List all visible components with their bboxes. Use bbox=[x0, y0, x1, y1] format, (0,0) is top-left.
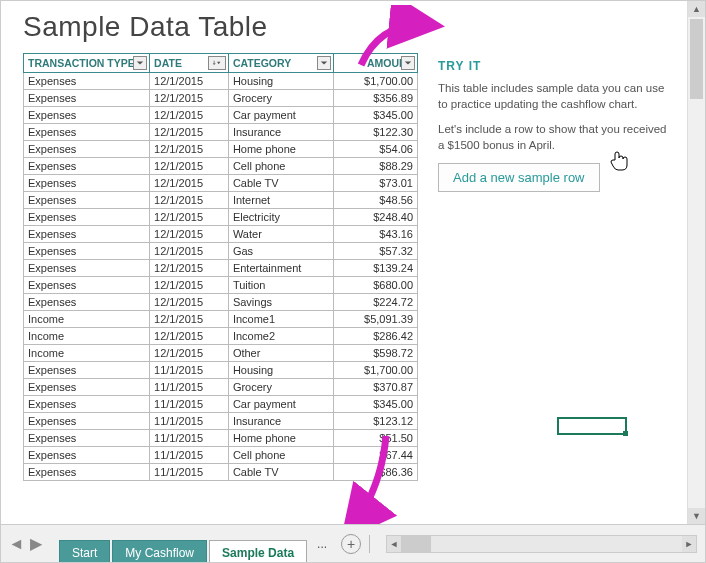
cell-amount[interactable]: $1,700.00 bbox=[333, 362, 417, 379]
header-date[interactable]: DATE bbox=[150, 54, 229, 73]
cell-amount[interactable]: $67.44 bbox=[333, 447, 417, 464]
table-row[interactable]: Expenses11/1/2015Cable TV$86.36 bbox=[24, 464, 418, 481]
header-amount[interactable]: AMOUNT bbox=[333, 54, 417, 73]
cell-category[interactable]: Grocery bbox=[228, 90, 333, 107]
table-row[interactable]: Income12/1/2015Other$598.72 bbox=[24, 345, 418, 362]
cell-type[interactable]: Expenses bbox=[24, 73, 150, 90]
vertical-scrollbar[interactable]: ▲ ▼ bbox=[687, 1, 705, 524]
table-row[interactable]: Expenses12/1/2015Housing$1,700.00 bbox=[24, 73, 418, 90]
cell-category[interactable]: Car payment bbox=[228, 107, 333, 124]
cell-type[interactable]: Income bbox=[24, 311, 150, 328]
cell-amount[interactable]: $345.00 bbox=[333, 107, 417, 124]
cell-date[interactable]: 12/1/2015 bbox=[150, 328, 229, 345]
cell-date[interactable]: 11/1/2015 bbox=[150, 396, 229, 413]
tab-more[interactable]: ... bbox=[309, 533, 335, 555]
cell-type[interactable]: Expenses bbox=[24, 396, 150, 413]
table-row[interactable]: Income12/1/2015Income1$5,091.39 bbox=[24, 311, 418, 328]
table-row[interactable]: Expenses11/1/2015Grocery$370.87 bbox=[24, 379, 418, 396]
cell-date[interactable]: 12/1/2015 bbox=[150, 141, 229, 158]
cell-type[interactable]: Expenses bbox=[24, 430, 150, 447]
cell-type[interactable]: Expenses bbox=[24, 260, 150, 277]
cell-date[interactable]: 12/1/2015 bbox=[150, 90, 229, 107]
cell-type[interactable]: Expenses bbox=[24, 175, 150, 192]
cell-type[interactable]: Income bbox=[24, 328, 150, 345]
filter-dropdown-icon[interactable] bbox=[401, 56, 415, 70]
selected-cell[interactable] bbox=[557, 417, 627, 435]
table-row[interactable]: Expenses12/1/2015Savings$224.72 bbox=[24, 294, 418, 311]
table-row[interactable]: Expenses11/1/2015Insurance$123.12 bbox=[24, 413, 418, 430]
cell-type[interactable]: Income bbox=[24, 345, 150, 362]
cell-amount[interactable]: $43.16 bbox=[333, 226, 417, 243]
table-row[interactable]: Expenses12/1/2015Grocery$356.89 bbox=[24, 90, 418, 107]
cell-category[interactable]: Car payment bbox=[228, 396, 333, 413]
cell-amount[interactable]: $54.06 bbox=[333, 141, 417, 158]
sort-desc-dropdown-icon[interactable] bbox=[208, 56, 226, 70]
table-row[interactable]: Income12/1/2015Income2$286.42 bbox=[24, 328, 418, 345]
cell-date[interactable]: 11/1/2015 bbox=[150, 413, 229, 430]
cell-category[interactable]: Cable TV bbox=[228, 464, 333, 481]
cell-category[interactable]: Cable TV bbox=[228, 175, 333, 192]
table-row[interactable]: Expenses12/1/2015Cell phone$88.29 bbox=[24, 158, 418, 175]
add-sample-row-button[interactable]: Add a new sample row bbox=[438, 163, 600, 192]
cell-date[interactable]: 12/1/2015 bbox=[150, 124, 229, 141]
cell-date[interactable]: 12/1/2015 bbox=[150, 345, 229, 362]
scroll-right-icon[interactable]: ► bbox=[682, 536, 696, 552]
add-sheet-button[interactable]: + bbox=[341, 534, 361, 554]
table-row[interactable]: Expenses11/1/2015Home phone$51.50 bbox=[24, 430, 418, 447]
tab-sample-data[interactable]: Sample Data bbox=[209, 540, 307, 563]
cell-date[interactable]: 12/1/2015 bbox=[150, 294, 229, 311]
cell-date[interactable]: 12/1/2015 bbox=[150, 192, 229, 209]
cell-type[interactable]: Expenses bbox=[24, 447, 150, 464]
cell-type[interactable]: Expenses bbox=[24, 413, 150, 430]
cell-amount[interactable]: $48.56 bbox=[333, 192, 417, 209]
cell-amount[interactable]: $356.89 bbox=[333, 90, 417, 107]
cell-type[interactable]: Expenses bbox=[24, 379, 150, 396]
cell-type[interactable]: Expenses bbox=[24, 124, 150, 141]
cell-date[interactable]: 11/1/2015 bbox=[150, 379, 229, 396]
filter-dropdown-icon[interactable] bbox=[133, 56, 147, 70]
cell-category[interactable]: Home phone bbox=[228, 430, 333, 447]
cell-amount[interactable]: $73.01 bbox=[333, 175, 417, 192]
tab-my-cashflow[interactable]: My Cashflow bbox=[112, 540, 207, 563]
cell-type[interactable]: Expenses bbox=[24, 192, 150, 209]
cell-amount[interactable]: $122.30 bbox=[333, 124, 417, 141]
cell-type[interactable]: Expenses bbox=[24, 294, 150, 311]
table-row[interactable]: Expenses11/1/2015Cell phone$67.44 bbox=[24, 447, 418, 464]
cell-type[interactable]: Expenses bbox=[24, 362, 150, 379]
cell-date[interactable]: 12/1/2015 bbox=[150, 73, 229, 90]
table-row[interactable]: Expenses12/1/2015Cable TV$73.01 bbox=[24, 175, 418, 192]
cell-category[interactable]: Other bbox=[228, 345, 333, 362]
cell-category[interactable]: Gas bbox=[228, 243, 333, 260]
table-row[interactable]: Expenses12/1/2015Car payment$345.00 bbox=[24, 107, 418, 124]
table-row[interactable]: Expenses12/1/2015Entertainment$139.24 bbox=[24, 260, 418, 277]
cell-category[interactable]: Internet bbox=[228, 192, 333, 209]
cell-amount[interactable]: $345.00 bbox=[333, 396, 417, 413]
cell-category[interactable]: Cell phone bbox=[228, 447, 333, 464]
cell-date[interactable]: 12/1/2015 bbox=[150, 175, 229, 192]
cell-category[interactable]: Electricity bbox=[228, 209, 333, 226]
cell-amount[interactable]: $286.42 bbox=[333, 328, 417, 345]
cell-type[interactable]: Expenses bbox=[24, 209, 150, 226]
scroll-left-icon[interactable]: ◄ bbox=[387, 536, 401, 552]
scrollbar-thumb[interactable] bbox=[401, 536, 431, 552]
cell-date[interactable]: 12/1/2015 bbox=[150, 260, 229, 277]
cell-category[interactable]: Tuition bbox=[228, 277, 333, 294]
filter-dropdown-icon[interactable] bbox=[317, 56, 331, 70]
cell-category[interactable]: Entertainment bbox=[228, 260, 333, 277]
cell-category[interactable]: Cell phone bbox=[228, 158, 333, 175]
cell-category[interactable]: Insurance bbox=[228, 413, 333, 430]
cell-amount[interactable]: $680.00 bbox=[333, 277, 417, 294]
cell-amount[interactable]: $51.50 bbox=[333, 430, 417, 447]
cell-type[interactable]: Expenses bbox=[24, 90, 150, 107]
scroll-down-icon[interactable]: ▼ bbox=[688, 508, 705, 524]
cell-category[interactable]: Housing bbox=[228, 362, 333, 379]
table-row[interactable]: Expenses12/1/2015Insurance$122.30 bbox=[24, 124, 418, 141]
cell-category[interactable]: Income2 bbox=[228, 328, 333, 345]
tab-nav-next[interactable]: ▶ bbox=[28, 536, 43, 551]
tab-start[interactable]: Start bbox=[59, 540, 110, 563]
cell-amount[interactable]: $370.87 bbox=[333, 379, 417, 396]
cell-date[interactable]: 12/1/2015 bbox=[150, 209, 229, 226]
horizontal-scrollbar[interactable]: ◄ ► bbox=[386, 535, 697, 553]
cell-date[interactable]: 11/1/2015 bbox=[150, 362, 229, 379]
table-row[interactable]: Expenses11/1/2015Car payment$345.00 bbox=[24, 396, 418, 413]
